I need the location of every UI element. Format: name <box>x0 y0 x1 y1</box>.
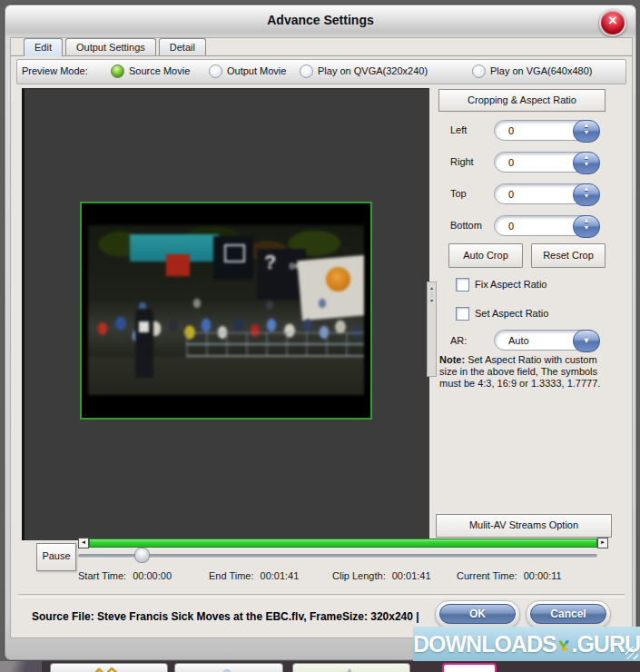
crop-bottom-label: Bottom <box>450 220 482 231</box>
clip-length: Clip Length:00:01:41 <box>332 570 431 581</box>
dialog-title: Advance Settings <box>5 13 636 27</box>
crop-top-stepper[interactable]: ▲▼ <box>573 183 600 206</box>
video-player-figure <box>135 309 153 378</box>
trim-end-marker-icon[interactable]: ► <box>597 538 608 548</box>
background-toolbar-button-3[interactable] <box>292 663 410 672</box>
fix-aspect-ratio-checkbox[interactable] <box>456 278 469 292</box>
tab-detail[interactable]: Detail <box>159 38 206 55</box>
spin-up-icon[interactable]: ▲ <box>574 184 599 193</box>
reset-crop-button[interactable]: Reset Crop <box>531 243 606 268</box>
ok-button-face[interactable]: OK <box>439 604 516 624</box>
source-file-info: Source File: Steve Francis Sick Moves at… <box>32 610 419 623</box>
crop-top-label: Top <box>450 188 467 199</box>
dialog-content: Edit Output Settings Detail Preview Mode… <box>10 37 633 638</box>
tab-strip: Edit Output Settings Detail <box>24 38 206 56</box>
crop-bottom-stepper[interactable]: ▲▼ <box>573 215 600 238</box>
video-banner-question: ? <box>264 251 276 274</box>
background-toolbar-button-2[interactable] <box>174 663 283 672</box>
cancel-button[interactable]: Cancel <box>526 600 611 628</box>
radio-play-vga[interactable] <box>472 64 486 78</box>
spin-down-icon[interactable]: ▼ <box>574 129 599 136</box>
video-red-sign <box>166 254 190 276</box>
faded-icon <box>221 667 233 672</box>
downloads-guru-watermark[interactable]: DOWNLOADS .GURU <box>413 627 640 661</box>
trim-start-marker-icon[interactable]: ◄ <box>78 538 89 548</box>
tab-output-settings[interactable]: Output Settings <box>65 38 156 55</box>
pause-button[interactable]: Pause <box>36 543 76 571</box>
set-aspect-ratio-label: Set Aspect Ratio <box>475 308 548 319</box>
crop-right-label: Right <box>450 156 474 167</box>
ar-dropdown-button[interactable]: ▼ <box>573 330 600 352</box>
current-time: Current Time:00:00:11 <box>457 570 562 581</box>
spin-down-icon[interactable]: ▼ <box>574 161 599 168</box>
playback-progress-bar[interactable] <box>89 539 597 548</box>
video-frame: ? DC <box>80 202 372 420</box>
cropping-header-button[interactable]: Cropping & Aspect Ratio <box>438 89 606 112</box>
background-toolbar-button-pink[interactable] <box>442 663 497 672</box>
fix-aspect-ratio-label: Fix Aspect Ratio <box>475 279 546 290</box>
triangle-icon <box>342 667 357 672</box>
preview-mode-label: Preview Mode: <box>22 65 88 76</box>
radio-source-movie[interactable] <box>111 64 124 78</box>
radio-play-qvga-label: Play on QVGA(320x240) <box>318 65 428 76</box>
set-aspect-ratio-checkbox[interactable] <box>456 307 469 321</box>
start-time: Start Time:00:00:00 <box>78 570 172 581</box>
seek-slider-track[interactable] <box>78 554 597 558</box>
radio-output-movie-label: Output Movie <box>227 65 286 76</box>
zigzag-icon <box>92 667 119 672</box>
crop-left-stepper[interactable]: ▲▼ <box>573 120 600 143</box>
aspect-ratio-note: Note: Set Aspect Ratio with custom size … <box>439 354 614 390</box>
video-content: ? DC <box>88 225 364 395</box>
radio-play-qvga[interactable] <box>300 64 313 78</box>
crop-left-label: Left <box>450 124 467 135</box>
panel-splitter-handle[interactable]: ▴ ⋮ ▾ <box>427 282 437 377</box>
spin-up-icon[interactable]: ▲ <box>574 216 599 224</box>
close-icon[interactable]: ✕ <box>599 9 626 36</box>
video-preview-area: ? DC <box>22 88 429 540</box>
crop-right-stepper[interactable]: ▲▼ <box>573 152 600 174</box>
screenshot-root: Advance Settings ✕ Edit Output Settings … <box>0 0 640 672</box>
seek-slider-thumb[interactable] <box>134 548 150 563</box>
radio-output-movie[interactable] <box>209 64 222 78</box>
advance-settings-dialog: Advance Settings ✕ Edit Output Settings … <box>4 4 637 661</box>
footer-divider <box>18 594 625 598</box>
end-time: End Time:00:01:41 <box>209 570 299 581</box>
watermark-text-left: DOWNLOADS <box>413 631 556 657</box>
spin-down-icon[interactable]: ▼ <box>574 224 599 232</box>
auto-crop-button[interactable]: Auto Crop <box>448 243 523 268</box>
dropdown-icon[interactable]: ▼ <box>583 336 591 345</box>
cancel-button-face[interactable]: Cancel <box>530 604 606 624</box>
watermark-text-right: .GURU <box>571 631 640 657</box>
background-window-fragment <box>0 661 42 672</box>
background-toolbar-button-chart[interactable] <box>50 663 168 672</box>
ok-button[interactable]: OK <box>435 600 520 628</box>
multi-av-streams-button[interactable]: Mulit-AV Streams Option <box>436 514 612 538</box>
spin-up-icon[interactable]: ▲ <box>574 153 599 161</box>
radio-play-vga-label: Play on VGA(640x480) <box>490 65 593 76</box>
download-arrow-icon <box>558 636 571 656</box>
radio-source-movie-label: Source Movie <box>129 65 190 76</box>
tab-edit[interactable]: Edit <box>24 38 63 56</box>
spin-up-icon[interactable]: ▲ <box>574 121 599 129</box>
background-window-toolbar <box>0 661 640 672</box>
spin-down-icon[interactable]: ▼ <box>574 193 599 200</box>
note-label: Note: <box>439 354 465 365</box>
video-court-ground <box>88 357 364 395</box>
video-backboard-square <box>224 244 245 262</box>
ar-label: AR: <box>450 335 467 346</box>
